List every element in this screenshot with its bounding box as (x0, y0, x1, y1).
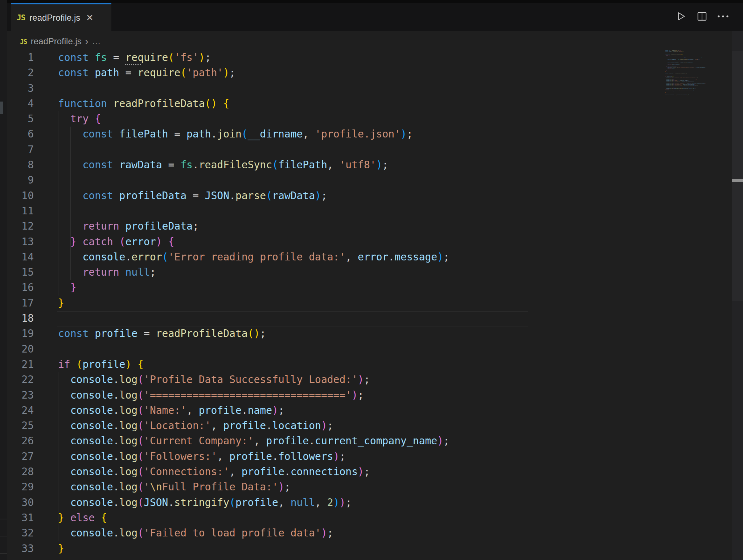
code-line[interactable]: } else { (58, 510, 450, 526)
code-line[interactable]: console.log('===========================… (58, 388, 450, 403)
line-number: 24 (7, 403, 34, 418)
line-number: 28 (7, 464, 34, 479)
line-number: 16 (7, 280, 34, 295)
line-number: 15 (7, 265, 34, 280)
code-area[interactable]: const fs = require('fs');const path = re… (58, 50, 450, 556)
code-line[interactable]: console.log('\nFull Profile Data:'); (58, 479, 450, 495)
code-line[interactable]: const filePath = path.join(__dirname, 'p… (58, 127, 450, 142)
js-file-icon: JS (20, 38, 27, 45)
require-hint-underline (125, 52, 141, 65)
code-line[interactable]: const profile = readProfileData(); (58, 326, 450, 341)
code-line: const profileData = JSON.parse(rawData); (665, 61, 673, 63)
code-line[interactable]: return null; (58, 265, 450, 280)
line-number: 23 (7, 388, 34, 403)
line-number-gutter: 1234567891011121314151617181920212223242… (7, 50, 34, 556)
line-number: 6 (7, 127, 34, 142)
code-line[interactable]: const path = require('path'); (58, 65, 450, 81)
line-number: 20 (7, 342, 34, 357)
code-line[interactable] (58, 203, 450, 219)
code-line: console.log('Failed to load profile data… (665, 90, 673, 92)
minimap[interactable]: const fs = require('fs');const path = re… (665, 50, 738, 99)
code-line[interactable] (58, 142, 450, 157)
chevron-right-icon: › (85, 36, 89, 47)
line-number: 13 (7, 234, 34, 250)
line-number: 26 (7, 433, 34, 449)
line-number: 22 (7, 372, 34, 387)
code-line[interactable]: try { (58, 111, 450, 127)
tab-readprofile-js[interactable]: JS readProfile.js ✕ (11, 3, 111, 31)
js-file-icon: JS (17, 13, 25, 22)
code-line: const path = require('path'); (665, 51, 673, 53)
play-icon (675, 11, 687, 22)
line-number: 10 (7, 188, 34, 203)
line-number: 7 (7, 142, 34, 157)
code-line[interactable]: console.log('Profile Data Successfully L… (58, 372, 450, 387)
code-line[interactable]: } (58, 541, 450, 556)
code-line[interactable] (58, 342, 450, 357)
line-number: 3 (7, 81, 34, 96)
line-number: 31 (7, 510, 34, 526)
run-button[interactable] (675, 10, 687, 22)
left-edge-divider (0, 536, 7, 536)
right-scrollbar-thumb[interactable] (732, 179, 743, 182)
code-line[interactable]: console.log('Connections:', profile.conn… (58, 464, 450, 479)
line-number: 9 (7, 173, 34, 188)
vscode-editor-window: JS readProfile.js ✕ (0, 0, 743, 560)
code-line[interactable]: console.log('Failed to load profile data… (58, 526, 450, 541)
line-number: 21 (7, 357, 34, 372)
code-line[interactable]: console.log('Current Company:', profile.… (58, 433, 450, 449)
left-scrollbar-thumb[interactable] (0, 102, 3, 114)
code-line: const rawData = fs.readFileSync(filePath… (665, 59, 673, 60)
code-line[interactable]: function readProfileData() { (58, 96, 450, 111)
minimap-content: const fs = require('fs');const path = re… (665, 50, 673, 95)
tab-bar: JS readProfile.js ✕ (7, 0, 743, 31)
line-number: 32 (7, 526, 34, 541)
line-number: 29 (7, 479, 34, 495)
left-edge-divider (0, 519, 7, 519)
code-line[interactable]: } catch (error) { (58, 234, 450, 250)
breadcrumb-symbol-more[interactable]: … (92, 36, 100, 46)
right-panel-edge (732, 31, 743, 560)
left-panel-edge (0, 0, 7, 560)
code-line[interactable] (58, 311, 450, 326)
line-number: 25 (7, 418, 34, 433)
left-edge-divider (0, 553, 7, 554)
line-number: 27 (7, 449, 34, 464)
code-line[interactable]: console.log('Followers:', profile.follow… (58, 449, 450, 464)
line-number: 12 (7, 219, 34, 234)
code-line[interactable]: } (58, 280, 450, 295)
code-line[interactable] (58, 81, 450, 96)
code-line[interactable]: console.log('Location:', profile.locatio… (58, 418, 450, 433)
line-number: 14 (7, 250, 34, 265)
breadcrumb-file[interactable]: readProfile.js (31, 36, 82, 46)
line-number: 33 (7, 541, 34, 556)
editor-actions (675, 10, 729, 22)
code-line: const profile = readProfileData(); (665, 73, 673, 75)
line-number: 19 (7, 326, 34, 341)
code-line[interactable]: return profileData; (58, 219, 450, 234)
line-number: 11 (7, 203, 34, 219)
code-line[interactable]: console.log('Name:', profile.name); (58, 403, 450, 418)
code-line[interactable]: const fs = require('fs'); (58, 50, 450, 65)
code-line: module.exports = { readProfileData }; (665, 94, 673, 95)
more-actions-button[interactable] (717, 10, 729, 22)
split-editor-icon (697, 11, 707, 22)
line-number: 5 (7, 111, 34, 127)
breadcrumb[interactable]: JS readProfile.js › … (20, 35, 100, 48)
code-line[interactable]: console.log(JSON.stringify(profile, null… (58, 495, 450, 510)
code-line[interactable]: } (58, 296, 450, 311)
code-line[interactable]: const rawData = fs.readFileSync(filePath… (58, 157, 450, 173)
code-line[interactable]: if (profile) { (58, 357, 450, 372)
line-number: 2 (7, 65, 34, 81)
split-editor-button[interactable] (696, 10, 708, 22)
code-line[interactable] (58, 173, 450, 188)
ellipsis-icon (717, 15, 729, 18)
code-line[interactable]: console.error('Error reading profile dat… (58, 250, 450, 265)
line-number: 4 (7, 96, 34, 111)
line-number: 8 (7, 157, 34, 173)
tab-bar-top-strip (7, 0, 743, 3)
line-number: 17 (7, 296, 34, 311)
code-line[interactable]: const profileData = JSON.parse(rawData); (58, 188, 450, 203)
close-tab-icon[interactable]: ✕ (86, 13, 93, 22)
code-line: const filePath = path.join(__dirname, 'p… (665, 56, 673, 58)
